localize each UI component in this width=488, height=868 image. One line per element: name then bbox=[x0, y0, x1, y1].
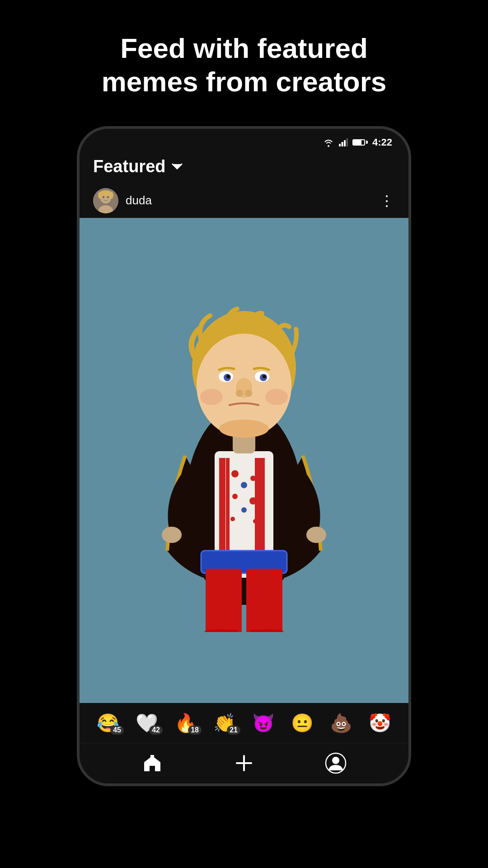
svg-point-21 bbox=[232, 494, 238, 499]
nav-profile[interactable] bbox=[320, 747, 352, 779]
more-options-icon[interactable]: ⋮ bbox=[380, 192, 395, 209]
signal-icon bbox=[339, 138, 348, 146]
username: duda bbox=[126, 193, 152, 208]
svg-point-8 bbox=[107, 196, 109, 198]
svg-point-22 bbox=[249, 497, 257, 505]
profile-icon bbox=[325, 752, 347, 774]
svg-point-18 bbox=[231, 470, 239, 477]
reaction-laugh[interactable]: 😂 45 bbox=[97, 714, 119, 732]
svg-point-54 bbox=[200, 389, 223, 405]
post-user: duda bbox=[93, 188, 152, 213]
reaction-heart[interactable]: 🤍 42 bbox=[136, 714, 158, 732]
svg-point-10 bbox=[98, 192, 103, 199]
svg-rect-35 bbox=[246, 569, 282, 632]
svg-point-52 bbox=[236, 390, 243, 397]
status-time: 4:22 bbox=[372, 137, 392, 148]
add-icon bbox=[233, 752, 255, 774]
home-icon bbox=[142, 753, 162, 773]
bottom-nav bbox=[80, 743, 408, 783]
svg-point-40 bbox=[162, 527, 182, 543]
app-header: Featured bbox=[80, 152, 408, 184]
svg-point-11 bbox=[109, 192, 113, 199]
svg-point-56 bbox=[219, 420, 269, 438]
svg-point-50 bbox=[263, 375, 266, 378]
page-title: Feed with featured memes from creators bbox=[86, 32, 402, 99]
phone-mockup: 4:22 Featured bbox=[77, 126, 411, 786]
svg-point-49 bbox=[226, 375, 230, 378]
svg-point-19 bbox=[250, 476, 256, 481]
svg-rect-34 bbox=[206, 569, 242, 632]
svg-rect-37 bbox=[204, 630, 239, 632]
reaction-clown[interactable]: 🤡 bbox=[369, 714, 391, 732]
reaction-poop[interactable]: 💩 bbox=[330, 714, 352, 732]
svg-point-55 bbox=[265, 389, 288, 405]
svg-rect-2 bbox=[344, 140, 346, 146]
svg-point-23 bbox=[241, 507, 247, 513]
post-header: duda ⋮ bbox=[80, 184, 408, 218]
svg-rect-1 bbox=[341, 142, 343, 146]
svg-rect-3 bbox=[346, 138, 348, 146]
reaction-fire[interactable]: 🔥 18 bbox=[174, 714, 197, 732]
battery-icon bbox=[352, 139, 368, 146]
reaction-neutral[interactable]: 😐 bbox=[291, 714, 314, 732]
svg-rect-39 bbox=[249, 630, 284, 632]
svg-point-20 bbox=[241, 482, 247, 488]
svg-point-25 bbox=[253, 519, 258, 524]
svg-point-24 bbox=[230, 517, 235, 521]
svg-point-7 bbox=[103, 196, 104, 198]
reaction-devil[interactable]: 😈 bbox=[252, 714, 275, 732]
nav-home[interactable] bbox=[136, 747, 168, 779]
svg-point-53 bbox=[245, 390, 252, 397]
nav-add[interactable] bbox=[228, 747, 260, 779]
svg-rect-0 bbox=[339, 144, 341, 146]
svg-point-61 bbox=[332, 757, 339, 764]
svg-rect-57 bbox=[150, 755, 154, 759]
status-bar: 4:22 bbox=[80, 129, 408, 152]
reaction-clap[interactable]: 👏 21 bbox=[213, 714, 236, 732]
meme-image bbox=[80, 218, 408, 703]
wifi-icon bbox=[323, 138, 334, 147]
featured-title[interactable]: Featured bbox=[93, 157, 165, 176]
svg-point-41 bbox=[306, 527, 326, 543]
avatar[interactable] bbox=[93, 188, 118, 213]
chevron-down-icon[interactable] bbox=[171, 162, 183, 171]
reaction-bar: 😂 45 🤍 42 🔥 18 👏 21 😈 😐 💩 🤡 bbox=[80, 703, 408, 743]
